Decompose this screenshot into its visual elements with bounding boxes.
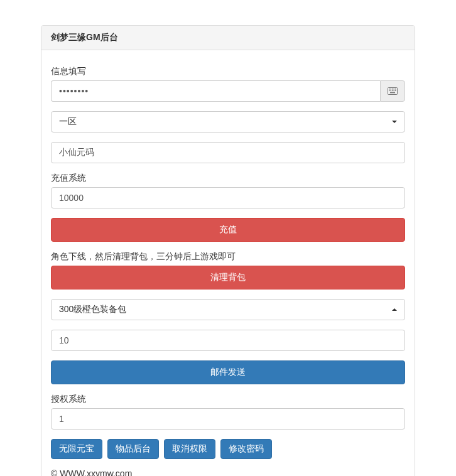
- change-password-button[interactable]: 修改密码: [220, 439, 272, 459]
- footer-text: © WWW.xxymw.com: [51, 468, 405, 476]
- unlimited-gold-button[interactable]: 无限元宝: [51, 439, 102, 459]
- panel-body: 信息填写 一区 充值系统 充值 角色下线，然后清理背包，三分钟后上游戏即可 清理…: [41, 50, 415, 476]
- zone-selected-label: 一区: [59, 116, 77, 127]
- code-input[interactable]: [51, 142, 405, 163]
- svg-rect-2: [391, 89, 392, 90]
- svg-rect-9: [394, 90, 395, 92]
- svg-rect-7: [391, 90, 392, 92]
- mail-qty-input[interactable]: [51, 330, 405, 351]
- auth-button-row: 无限元宝 物品后台 取消权限 修改密码: [51, 439, 405, 459]
- svg-rect-10: [395, 90, 396, 92]
- svg-rect-8: [392, 90, 393, 92]
- chevron-down-icon: [392, 121, 397, 123]
- recharge-label: 充值系统: [51, 173, 405, 184]
- auth-input[interactable]: [51, 408, 405, 430]
- auth-label: 授权系统: [51, 394, 405, 405]
- svg-rect-5: [395, 89, 396, 90]
- panel-heading: 剑梦三缘GM后台: [41, 26, 415, 50]
- item-select[interactable]: 300级橙色装备包: [51, 299, 405, 320]
- svg-rect-3: [392, 89, 393, 90]
- item-selected-label: 300级橙色装备包: [59, 304, 126, 315]
- revoke-auth-button[interactable]: 取消权限: [164, 439, 215, 459]
- password-input[interactable]: [51, 80, 380, 102]
- svg-rect-1: [389, 89, 390, 90]
- clear-note: 角色下线，然后清理背包，三分钟后上游戏即可: [51, 251, 405, 262]
- recharge-button[interactable]: 充值: [51, 218, 405, 242]
- zone-select[interactable]: 一区: [51, 111, 405, 133]
- svg-rect-4: [394, 89, 395, 90]
- svg-rect-6: [389, 90, 390, 92]
- recharge-amount-input[interactable]: [51, 187, 405, 208]
- svg-rect-11: [390, 92, 395, 94]
- clear-bag-button[interactable]: 清理背包: [51, 266, 405, 289]
- password-group: [51, 80, 405, 102]
- mail-send-button[interactable]: 邮件发送: [51, 360, 405, 384]
- chevron-up-icon: [392, 308, 397, 311]
- keyboard-icon[interactable]: [380, 80, 405, 102]
- panel-title: 剑梦三缘GM后台: [51, 32, 118, 42]
- info-label: 信息填写: [51, 66, 405, 77]
- admin-panel: 剑梦三缘GM后台 信息填写 一区 充值系统 充值 角色下线，然后清理背包，三分钟…: [41, 25, 415, 476]
- item-backend-button[interactable]: 物品后台: [107, 439, 159, 459]
